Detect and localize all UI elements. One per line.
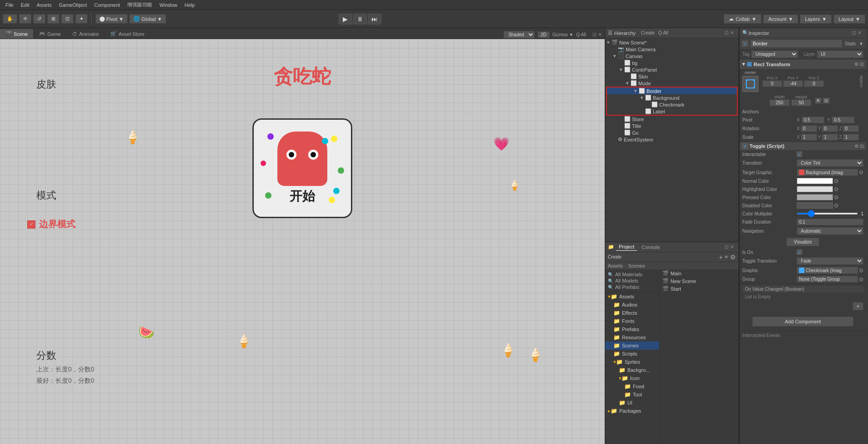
tab-game[interactable]: 🎮 Game	[34, 29, 67, 39]
breadcrumb-assets[interactable]: Assets	[608, 263, 623, 268]
tab-scene[interactable]: 🎬 Scene	[0, 29, 34, 39]
menu-gameobject[interactable]: GameObject	[55, 1, 91, 9]
rect-transform-header[interactable]: ▾ ⊞ Rect Transform ⚙ ⊡	[740, 59, 866, 69]
move-tool-btn[interactable]: ✛	[19, 14, 31, 24]
assets-root[interactable]: ▾📁 Assets	[605, 293, 659, 301]
menu-component[interactable]: Component	[90, 1, 123, 9]
mode-2d-btn[interactable]: 2D	[538, 31, 550, 38]
normal-color-picker[interactable]: ⊙	[834, 178, 838, 184]
tab-project[interactable]: Project	[616, 243, 637, 251]
menu-file[interactable]: File	[2, 1, 17, 9]
pos-y-input[interactable]	[783, 80, 803, 87]
rotate-tool-btn[interactable]: ↺	[33, 14, 45, 24]
tree-main-camera[interactable]: 📷 Main Camera	[605, 46, 739, 53]
assets-backgro[interactable]: 📁 Backgro...	[605, 366, 659, 374]
tab-console[interactable]: Console	[639, 244, 662, 251]
event-add-btn[interactable]: +	[853, 302, 863, 310]
shaded-dropdown[interactable]: Shaded	[503, 31, 535, 39]
toggle-script-enable-checkbox[interactable]: ✓	[742, 143, 748, 149]
project-add-btn[interactable]: +	[719, 254, 723, 261]
tree-checkmark[interactable]: ⬜ Checkmark	[607, 101, 737, 108]
transform-tool-btn[interactable]: ✦	[75, 14, 88, 24]
normal-color-swatch[interactable]	[797, 178, 833, 184]
hierarchy-create[interactable]: Create	[641, 30, 655, 35]
object-active-checkbox[interactable]: ✓	[742, 41, 748, 46]
scene-start[interactable]: 🎬 Start	[660, 285, 739, 293]
global-btn[interactable]: 🌐 Global ▼	[129, 14, 166, 24]
sc-y-input[interactable]	[822, 134, 838, 141]
assets-packages[interactable]: ▸📁 Packages	[605, 407, 659, 415]
rot-z-input[interactable]	[843, 125, 859, 132]
tree-label-item[interactable]: ⬜ Label	[607, 108, 737, 115]
project-settings-btn[interactable]: ⚙	[730, 254, 736, 261]
pressed-color-picker[interactable]: ⊙	[834, 194, 838, 200]
transition-dropdown[interactable]: Color Tint	[797, 159, 863, 167]
rt-btn-r[interactable]: R	[815, 98, 822, 104]
color-multiplier-slider[interactable]	[797, 213, 858, 215]
project-find-btn[interactable]: ⌖	[725, 253, 728, 261]
menu-window[interactable]: Window	[156, 1, 181, 9]
width-input[interactable]	[769, 99, 789, 106]
layout-btn[interactable]: Layout ▼	[833, 15, 865, 24]
pivot-y-input[interactable]	[832, 117, 854, 123]
fav-all-models[interactable]: 🔍 All Models	[608, 278, 656, 284]
collab-btn[interactable]: ☁ Collab ▼	[724, 14, 761, 24]
navigation-dropdown[interactable]: Automatic	[797, 227, 863, 235]
tag-dropdown[interactable]: Untagged	[751, 50, 798, 58]
pivot-x-input[interactable]	[802, 117, 824, 123]
rt-btn-bp[interactable]: ⊡	[823, 98, 830, 104]
tree-canvas[interactable]: ▾ ⬛ Canvas	[605, 53, 739, 59]
is-on-checkbox[interactable]: ✓	[797, 249, 802, 255]
menu-enhance[interactable]: 增强版功能	[123, 0, 156, 9]
scene-new[interactable]: 🎬 New Scene	[660, 277, 739, 285]
assets-fonts[interactable]: 📁 Fonts	[605, 317, 659, 325]
project-minimize[interactable]: ⊡ ✕	[723, 244, 736, 250]
add-component-btn[interactable]: Add Component	[752, 317, 853, 327]
static-dropdown[interactable]: ▼	[859, 41, 863, 46]
start-text[interactable]: 开始	[290, 188, 315, 205]
layer-dropdown[interactable]: UI	[817, 50, 863, 58]
assets-audios[interactable]: 📁 Audios	[605, 301, 659, 309]
assets-effects[interactable]: 📁 Effects	[605, 309, 659, 317]
fav-all-materials[interactable]: 🔍 All Materials	[608, 271, 656, 278]
assets-prefabs[interactable]: 📁 Prefabs	[605, 325, 659, 333]
rect-tool-btn[interactable]: ⊡	[61, 14, 74, 24]
rt-widget[interactable]	[742, 76, 759, 92]
tree-background[interactable]: ▾ ⬜ Background	[607, 94, 737, 101]
group-ref[interactable]: None (Toggle Group	[797, 276, 858, 283]
visualize-btn[interactable]: Visualize	[786, 238, 820, 246]
tree-title[interactable]: ⬜ Title	[605, 122, 739, 129]
object-name-field[interactable]: Border	[750, 39, 842, 48]
tree-eventsystem[interactable]: ⚙ EventSystem	[605, 136, 739, 143]
target-graphic-ref[interactable]: Background (Imag	[797, 169, 858, 176]
assets-sprites[interactable]: ▾📁 Sprites	[605, 358, 659, 366]
assets-food[interactable]: 📁 Food	[605, 382, 659, 390]
tree-border[interactable]: ▾ ⬜ Border	[607, 88, 737, 94]
highlighted-color-picker[interactable]: ⊙	[834, 186, 838, 192]
rot-y-input[interactable]	[822, 125, 838, 132]
tab-asset-store[interactable]: 🛒 Asset Store	[105, 29, 150, 39]
assets-icon[interactable]: ▾📁 Icon	[605, 374, 659, 382]
disabled-color-picker[interactable]: ⊙	[834, 202, 838, 209]
hierarchy-minimize[interactable]: ⊡ ✕	[723, 30, 736, 36]
highlighted-color-swatch[interactable]	[797, 186, 833, 192]
toggle-script-menu-icon[interactable]: ⚙ ⊡	[854, 144, 863, 149]
fade-duration-input[interactable]	[797, 219, 863, 225]
breadcrumb-scenes[interactable]: Scenes	[628, 263, 645, 268]
border-mode-checkbox[interactable]: ✓	[27, 220, 35, 229]
rot-x-input[interactable]	[801, 125, 817, 132]
height-input[interactable]	[791, 99, 811, 106]
pressed-color-swatch[interactable]	[797, 194, 833, 200]
tab-animator[interactable]: ⏱ Animator	[67, 29, 105, 39]
target-graphic-picker[interactable]: ⊙	[859, 169, 863, 176]
toggle-transition-dropdown[interactable]: Fade	[797, 257, 863, 265]
panel-minimize-scene[interactable]: ⊡ ✕	[592, 32, 602, 38]
hierarchy-search[interactable]: Q·All	[658, 30, 668, 35]
inspector-minimize[interactable]: ⊡ ✕	[850, 30, 863, 36]
tree-new-scene[interactable]: ▾ 🎬 New Scene*	[605, 39, 739, 46]
disabled-color-swatch[interactable]	[797, 202, 833, 209]
fav-all-prefabs[interactable]: 🔍 All Prefabs	[608, 284, 656, 290]
graphic-ref[interactable]: Checkmark (Imag	[797, 267, 858, 274]
pivot-btn[interactable]: ⬤ Pivot ▼	[95, 14, 128, 24]
assets-resources[interactable]: 📁 Resources	[605, 333, 659, 342]
